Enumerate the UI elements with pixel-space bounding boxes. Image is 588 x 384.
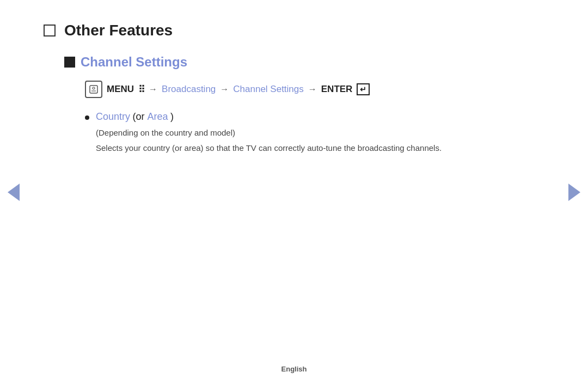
- bullet-desc-main: Selects your country (or area) so that t…: [96, 142, 479, 155]
- bullet-title-area: Area: [147, 111, 168, 122]
- arrow-2: →: [220, 84, 229, 94]
- menu-path: MENU ⠿ → Broadcasting → Channel Settings…: [85, 81, 479, 98]
- bullet-title-country: Country: [96, 111, 130, 122]
- enter-icon: ↵: [357, 83, 370, 95]
- menu-link-broadcasting: Broadcasting: [162, 84, 216, 95]
- bullet-connector: (or: [132, 111, 147, 122]
- subsection-header: Channel Settings: [64, 54, 479, 70]
- footer-language: English: [281, 365, 307, 373]
- bullet-item: Country (or Area ): [85, 111, 479, 123]
- arrow-3: →: [308, 84, 317, 94]
- svg-point-1: [93, 87, 95, 89]
- main-content: Other Features Channel Settings MENU ⠿ →…: [0, 0, 523, 187]
- menu-label: MENU: [107, 84, 134, 95]
- section-checkbox: [44, 25, 56, 36]
- black-square-icon: [64, 57, 75, 68]
- bullet-section: Country (or Area ) (Depending on the cou…: [85, 111, 479, 155]
- nav-arrow-right[interactable]: [566, 181, 583, 203]
- section-title-text: Other Features: [64, 22, 173, 39]
- nav-arrow-left[interactable]: [5, 181, 22, 203]
- menu-grid-icon: ⠿: [138, 84, 144, 95]
- subsection: Channel Settings MENU ⠿ → Broadcasting →…: [64, 54, 479, 155]
- menu-link-channel-settings: Channel Settings: [233, 84, 303, 95]
- arrow-1: →: [149, 84, 157, 94]
- bullet-closer: ): [170, 111, 174, 122]
- enter-label: ENTER: [321, 84, 353, 95]
- left-arrow-icon: [8, 184, 20, 201]
- menu-remote-icon: [85, 81, 102, 98]
- right-arrow-icon: [568, 184, 580, 201]
- bullet-dot: [85, 115, 89, 120]
- bullet-desc-secondary: (Depending on the country and model): [96, 128, 479, 137]
- section-title-row: Other Features: [44, 22, 479, 39]
- footer-language-text: English: [281, 365, 307, 373]
- bullet-title-line: Country (or Area ): [96, 111, 174, 123]
- subsection-title: Channel Settings: [81, 54, 187, 70]
